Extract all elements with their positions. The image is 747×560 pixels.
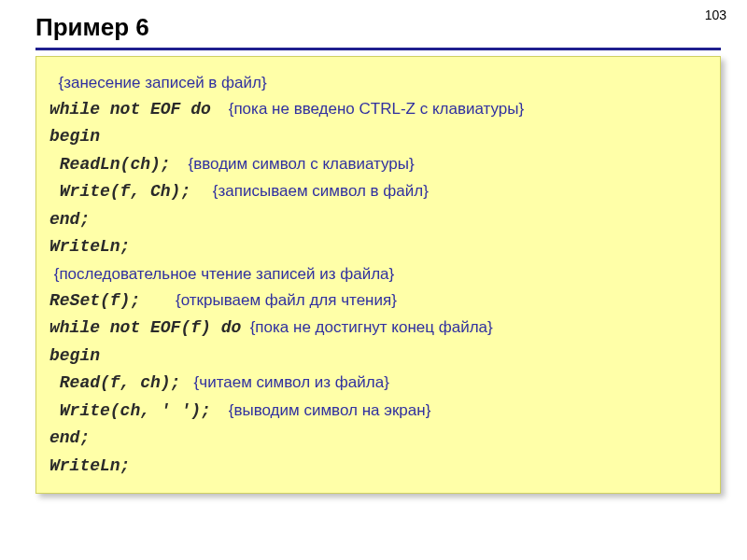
comment: {занесение записей в файл} [49,74,267,91]
code-block: {занесение записей в файл} while not EOF… [35,56,721,494]
code: end; [49,210,90,229]
code: while not EOF(f) do [49,318,241,337]
code: while not EOF do [49,100,211,119]
comment: {записываем символ в файл} [213,182,429,200]
comment: {читаем символ из файла} [194,373,389,391]
code: begin [49,127,100,146]
comment: {пока не введено CTRL-Z с клавиатуры} [229,100,524,118]
code: ReSet(f); [49,291,140,310]
title-underline [35,48,721,50]
comment: {выводим символ на экран} [229,401,431,419]
code: Write(ch, ' '); [49,401,211,420]
code: end; [49,428,90,447]
code: Read(f, ch); [49,373,180,392]
code: Write(f, Ch); [49,182,190,201]
code: ReadLn(ch); [49,155,171,174]
page-number: 103 [705,7,726,22]
code: WriteLn; [49,456,130,475]
comment: {последовательное чтение записей из файл… [49,265,394,283]
code: begin [49,346,100,365]
slide: 103 Пример 6 {занесение записей в файл} … [0,0,747,560]
comment: {открываем файл для чтения} [176,291,397,309]
code: WriteLn; [49,237,130,256]
comment: {пока не достигнут конец файла} [250,318,493,336]
slide-title: Пример 6 [35,13,721,42]
comment: {вводим символ с клавиатуры} [189,155,415,173]
